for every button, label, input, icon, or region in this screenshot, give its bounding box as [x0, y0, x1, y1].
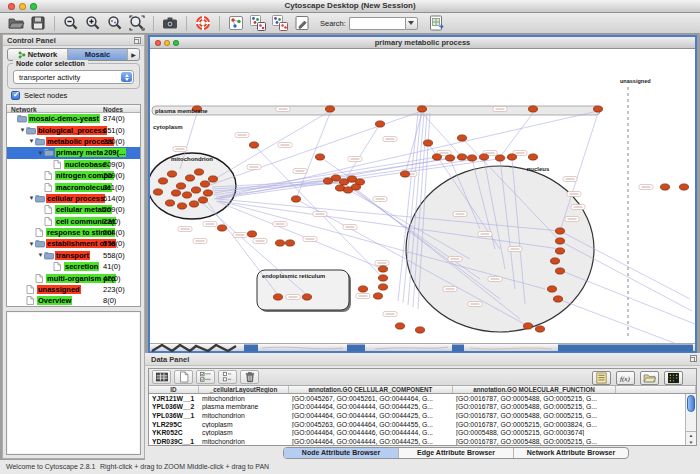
float-data-panel-icon[interactable]: [690, 355, 697, 362]
tree-row-unassigned[interactable]: unassigned223(0): [7, 284, 140, 295]
network-close-button[interactable]: [155, 40, 161, 46]
save-icon[interactable]: [27, 14, 49, 33]
table-cell[interactable]: cytoplasm: [199, 429, 289, 436]
table-cell[interactable]: YPL036W__2: [149, 403, 199, 410]
open-file-icon[interactable]: [5, 14, 27, 33]
expand-triangle-icon[interactable]: ▼: [28, 241, 35, 247]
table-row[interactable]: YPL036W__1mitochondrion[GO:0044464, GO:0…: [149, 411, 696, 420]
table-cell[interactable]: YDR039C__1: [149, 438, 199, 445]
tab-edge-attribute-browser[interactable]: Edge Attribute Browser: [399, 448, 514, 458]
tree-row-primary-metabo[interactable]: ▼primary metabo209(...: [7, 147, 140, 158]
column-header[interactable]: annotation.GO MOLECULAR_FUNCTION: [453, 386, 616, 393]
tree-row-macromolecule[interactable]: macromolecule311(0): [7, 181, 140, 192]
table-cell[interactable]: cytoplasm: [199, 421, 289, 428]
zoom-in-icon[interactable]: [82, 14, 104, 33]
network-copy-icon[interactable]: [247, 14, 269, 33]
expand-triangle-icon[interactable]: ▼: [19, 127, 26, 133]
function-builder-icon[interactable]: f(x): [616, 371, 635, 385]
tree-row-nitrogen-compo[interactable]: nitrogen compo209(0): [7, 170, 140, 181]
table-row[interactable]: YJR121W__1mitochondrion[GO:0045267, GO:0…: [149, 394, 696, 403]
scrollbar-thumb[interactable]: [687, 395, 695, 412]
column-header[interactable]: annotation.GO CELLULAR_COMPONENT: [289, 386, 453, 393]
tab-mosaic[interactable]: Mosaic: [68, 49, 128, 60]
tab-network[interactable]: Network: [8, 49, 68, 60]
table-cell[interactable]: [GO:0016787, GO:0005488, GO:0005215, G..…: [453, 412, 616, 419]
network-window-titlebar[interactable]: primary metabolic process: [150, 37, 695, 49]
table-cell[interactable]: [GO:0045267, GO:0045261, GO:0044464, G..…: [289, 395, 453, 402]
tab-network-attribute-browser[interactable]: Network Attribute Browser: [514, 448, 628, 458]
annotation-icon[interactable]: [291, 14, 313, 33]
expand-triangle-icon[interactable]: ▼: [37, 150, 44, 156]
tab-overflow-arrow[interactable]: ▶: [128, 49, 139, 60]
tree-row-response-to-stimul[interactable]: response to stimul264(0): [7, 227, 140, 238]
zoom-fit-icon[interactable]: [126, 14, 148, 33]
table-cell[interactable]: [GO:0044464, GO:0044444, GO:0044425, G..…: [289, 412, 453, 419]
delete-attribute-icon[interactable]: [240, 370, 259, 384]
select-nodes-checkbox[interactable]: [11, 91, 20, 100]
scroll-up-icon[interactable]: ▲: [686, 432, 696, 439]
matrix-icon[interactable]: [664, 371, 683, 385]
expand-triangle-icon[interactable]: ▼: [28, 195, 35, 201]
tree-row-nucleobase-[interactable]: nucleobase-209(0): [7, 159, 140, 170]
table-cell[interactable]: [GO:0016787, GO:0005215, GO:0003824, G..…: [453, 421, 616, 428]
network-overview-panel[interactable]: [6, 311, 141, 455]
table-cell[interactable]: YPL036W__1: [149, 412, 199, 419]
tree-row-cell-communicat[interactable]: cell communicat22(0): [7, 216, 140, 227]
float-panel-icon[interactable]: [134, 37, 141, 44]
import-table-icon[interactable]: [425, 14, 447, 33]
tree-row-mosaic-demo-yeast[interactable]: mosaic-demo-yeast874(0): [7, 113, 140, 124]
search-input[interactable]: [349, 17, 405, 30]
tree-row-secretion[interactable]: secretion41(0): [7, 261, 140, 272]
table-cell[interactable]: [GO:0016787, GO:0005488, GO:0005215, G..…: [453, 438, 616, 445]
new-attribute-icon[interactable]: [174, 370, 193, 384]
help-icon[interactable]: [192, 14, 214, 33]
minimize-window-button[interactable]: [19, 3, 26, 10]
tab-node-attribute-browser[interactable]: Node Attribute Browser: [284, 448, 399, 458]
scroll-down-icon[interactable]: ▼: [686, 439, 696, 446]
search-dropdown-button[interactable]: [405, 17, 418, 30]
table-row[interactable]: YLR295Ccytoplasm[GO:0045263, GO:0044464,…: [149, 420, 696, 429]
table-scrollbar[interactable]: ▲ ▼: [685, 394, 696, 445]
close-window-button[interactable]: [8, 3, 15, 10]
open-folder-icon[interactable]: [640, 371, 659, 385]
table-row[interactable]: YPL036W__2plasma membrane[GO:0044464, GO…: [149, 403, 696, 412]
tree-row-cellular-metabo[interactable]: cellular metabo209(0): [7, 204, 140, 215]
snapshot-icon[interactable]: [159, 14, 181, 33]
attribute-table-icon[interactable]: [152, 370, 171, 384]
table-cell[interactable]: mitochondrion: [199, 395, 289, 402]
tree-row-metabolic-process[interactable]: ▼metabolic process280(0): [7, 136, 140, 147]
zoom-window-button[interactable]: [30, 3, 37, 10]
network-copy-alt-icon[interactable]: [269, 14, 291, 33]
table-row[interactable]: YDR039C__1mitochondrion[GO:0044464, GO:0…: [149, 437, 696, 446]
network-zoom-button[interactable]: [173, 40, 179, 46]
tree-row-cellular-process[interactable]: ▼cellular process614(0): [7, 193, 140, 204]
table-cell[interactable]: [GO:0016787, GO:0005488, GO:0005215, G..…: [453, 395, 616, 402]
column-header[interactable]: _cellularLayoutRegion: [199, 386, 289, 393]
tree-row-multi-organism-pro[interactable]: multi-organism pro42(0): [7, 272, 140, 283]
tree-row-overview[interactable]: Overview8(0): [7, 295, 140, 306]
tree-row-transport[interactable]: ▼transport558(0): [7, 250, 140, 261]
table-cell[interactable]: [GO:0044464, GO:0044444, GO:0044425, G..…: [289, 403, 453, 410]
table-cell[interactable]: [GO:0044464, GO:0044446, GO:0044444, G..…: [289, 429, 453, 436]
unselect-attributes-icon[interactable]: [218, 370, 237, 384]
table-cell[interactable]: mitochondrion: [199, 438, 289, 445]
table-cell[interactable]: plasma membrane: [199, 403, 289, 410]
table-cell[interactable]: YLR295C: [149, 421, 199, 428]
network-canvas[interactable]: plasma membranecytoplasmmitochondrionnuc…: [150, 49, 695, 343]
table-cell[interactable]: YJR121W__1: [149, 395, 199, 402]
table-cell[interactable]: mitochondrion: [199, 412, 289, 419]
table-cell[interactable]: [GO:0045263, GO:0044464, GO:0044455, G..…: [289, 421, 453, 428]
zoom-out-icon[interactable]: [60, 14, 82, 33]
node-color-dropdown[interactable]: transporter activity: [13, 70, 134, 84]
column-header[interactable]: ID: [149, 386, 199, 393]
zoom-selected-icon[interactable]: [104, 14, 126, 33]
table-cell[interactable]: [GO:0016787, GO:0005488, GO:0005215, G..…: [453, 403, 616, 410]
select-attributes-icon[interactable]: [196, 370, 215, 384]
attribute-form-icon[interactable]: [592, 371, 611, 385]
table-cell[interactable]: [GO:0005488, GO:0005215, GO:0003674]: [453, 429, 616, 436]
table-cell[interactable]: [GO:0044464, GO:0044444, GO:0044425, G..…: [289, 438, 453, 445]
network-view-icon[interactable]: [225, 14, 247, 33]
tree-row-establishment-of-lo[interactable]: ▼establishment of lo558(0): [7, 238, 140, 249]
tree-row-biological-process[interactable]: ▼biological_process651(0): [7, 124, 140, 135]
table-row[interactable]: YKR052Ccytoplasm[GO:0044464, GO:0044446,…: [149, 428, 696, 437]
